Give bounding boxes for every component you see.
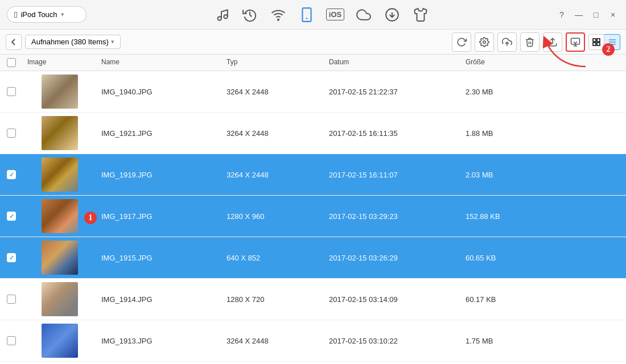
row-checkbox-cell — [0, 292, 23, 306]
row-checkbox[interactable] — [7, 336, 16, 345]
row-checkbox[interactable] — [7, 212, 16, 221]
row-typ: 3264 X 2448 — [222, 168, 324, 181]
svg-point-7 — [483, 40, 486, 43]
row-datum: 2017-02-15 03:10:22 — [324, 334, 461, 348]
row-name: IMG_1940.JPG — [97, 85, 222, 98]
folder-label: Aufnahmen (380 Items) — [31, 38, 109, 46]
table-row[interactable]: IMG_1921.JPG 3264 X 2448 2017-02-15 16:1… — [0, 113, 626, 154]
row-groesse: 60.17 KB — [461, 293, 626, 306]
row-groesse: 2.03 MB — [461, 168, 626, 181]
row-thumbnail-cell — [23, 113, 97, 154]
row-thumbnail — [42, 158, 78, 192]
table-body: IMG_1940.JPG 3264 X 2448 2017-02-15 21:2… — [0, 71, 626, 363]
row-thumbnail-cell — [23, 279, 97, 320]
back-button[interactable] — [6, 34, 22, 50]
row-typ: 1280 X 960 — [222, 210, 324, 223]
svg-rect-3 — [302, 8, 311, 22]
row-groesse: 2.30 MB — [461, 85, 626, 98]
table-row[interactable]: IMG_1940.JPG 3264 X 2448 2017-02-15 21:2… — [0, 71, 626, 113]
row-checkbox-cell — [0, 126, 23, 140]
cloud-icon[interactable] — [355, 6, 373, 24]
device-selector[interactable]:  iPod Touch ▾ — [7, 6, 87, 23]
row-thumbnail — [42, 116, 78, 150]
table-header: Image Name Typ Datum Größe — [0, 55, 626, 71]
row-checkbox[interactable] — [7, 170, 16, 179]
row-thumbnail — [42, 75, 78, 109]
table-row[interactable]: IMG_1915.JPG 640 X 852 2017-02-15 03:26:… — [0, 237, 626, 279]
delete-button[interactable] — [520, 32, 539, 52]
history-icon[interactable] — [241, 6, 259, 24]
folder-selector[interactable]: Aufnahmen (380 Items) ▾ — [25, 35, 121, 49]
device-name: iPod Touch — [20, 10, 57, 19]
row-datum: 2017-02-15 03:14:09 — [324, 293, 461, 306]
save-to-pc-button[interactable] — [566, 32, 585, 52]
svg-point-0 — [218, 16, 222, 20]
row-typ: 3264 X 2448 — [222, 85, 324, 98]
settings-button[interactable] — [475, 32, 494, 52]
row-name: IMG_1914.JPG — [97, 293, 222, 306]
tshirt-icon[interactable] — [411, 6, 430, 24]
titlebar:  iPod Touch ▾ — [0, 0, 626, 30]
row-groesse: 1.75 MB — [461, 334, 626, 348]
th-datum: Datum — [324, 58, 461, 67]
minimize-button[interactable]: — — [573, 9, 585, 21]
list-view-button[interactable] — [604, 34, 620, 50]
th-groesse: Größe — [461, 58, 626, 67]
ios-icon[interactable]: iOS — [326, 6, 344, 24]
row-thumbnail-cell — [23, 196, 97, 237]
row-thumbnail — [42, 199, 78, 233]
device-phone-icon[interactable] — [298, 6, 316, 24]
row-name: IMG_1919.JPG — [97, 168, 222, 181]
row-groesse: 152.88 KB — [461, 210, 626, 223]
row-datum: 2017-02-15 03:29:23 — [324, 210, 461, 223]
refresh-button[interactable] — [452, 32, 471, 52]
row-typ: 3264 X 2448 — [222, 127, 324, 140]
apple-icon:  — [14, 10, 17, 19]
th-name: Name — [97, 58, 222, 67]
table-row[interactable]: IMG_1917.JPG 1280 X 960 2017-02-15 03:29… — [0, 196, 626, 237]
row-datum: 2017-02-15 03:26:29 — [324, 251, 461, 264]
sync-wifi-icon[interactable] — [269, 6, 287, 24]
grid-view-button[interactable] — [588, 34, 604, 50]
row-typ: 640 X 852 — [222, 251, 324, 264]
row-thumbnail — [42, 241, 78, 275]
th-image: Image — [23, 58, 97, 67]
folder-chevron-icon: ▾ — [111, 38, 114, 46]
music-icon[interactable] — [212, 6, 230, 24]
help-button[interactable]: ? — [555, 9, 568, 21]
row-checkbox[interactable] — [7, 253, 16, 262]
row-name: IMG_1921.JPG — [97, 127, 222, 140]
svg-rect-15 — [593, 43, 596, 46]
row-thumbnail-cell — [23, 71, 97, 112]
row-groesse: 1.88 MB — [461, 127, 626, 140]
row-thumbnail-cell — [23, 237, 97, 278]
export-button[interactable] — [543, 32, 562, 52]
row-checkbox[interactable] — [7, 129, 16, 138]
nav-icons: iOS — [92, 6, 550, 24]
table-row[interactable]: IMG_1913.JPG 3264 X 2448 2017-02-15 03:1… — [0, 320, 626, 362]
window-controls: ? — □ × — [555, 9, 619, 21]
row-typ: 1280 X 720 — [222, 293, 324, 306]
download-icon[interactable] — [383, 6, 401, 24]
svg-rect-14 — [597, 39, 600, 42]
row-checkbox-cell — [0, 251, 23, 264]
row-name: IMG_1913.JPG — [97, 334, 222, 348]
row-typ: 3264 X 2448 — [222, 334, 324, 348]
row-thumbnail — [42, 324, 78, 358]
row-checkbox-cell — [0, 334, 23, 348]
row-checkbox[interactable] — [7, 87, 16, 96]
maximize-button[interactable]: □ — [590, 9, 602, 21]
select-all-checkbox[interactable] — [7, 58, 16, 67]
upload-button[interactable] — [497, 32, 517, 52]
table-row[interactable]: IMG_1914.JPG 1280 X 720 2017-02-15 03:14… — [0, 279, 626, 320]
row-thumbnail — [42, 282, 78, 316]
row-name: IMG_1917.JPG — [97, 210, 222, 223]
row-checkbox-cell — [0, 85, 23, 98]
table-row[interactable]: IMG_1919.JPG 3264 X 2448 2017-02-15 16:1… — [0, 154, 626, 196]
row-checkbox[interactable] — [7, 295, 16, 304]
svg-point-2 — [278, 19, 279, 20]
close-button[interactable]: × — [607, 9, 619, 21]
svg-rect-16 — [597, 43, 600, 46]
row-datum: 2017-02-15 16:11:35 — [324, 127, 461, 140]
row-checkbox-cell — [0, 168, 23, 181]
